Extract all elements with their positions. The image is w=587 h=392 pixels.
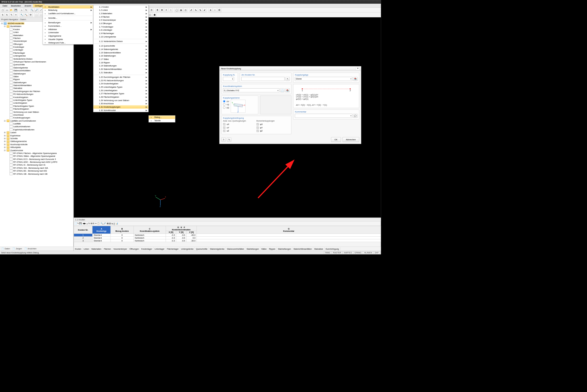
submenu2-item[interactable]: ▫Tabelle — [149, 119, 175, 122]
tree-node[interactable]: ⊟Zusatzmodule — [0, 149, 73, 152]
tree-node[interactable]: ⊞Lasten — [0, 131, 73, 134]
tree-node[interactable]: ⊟Lastfälle und Kombinationen — [0, 119, 73, 122]
toolbar-btn[interactable]: ✚ — [155, 8, 159, 12]
table-tab[interactable]: Materialien — [90, 247, 103, 250]
menu-item[interactable]: ▫Bemaßungen▶ — [43, 21, 93, 24]
menu-ansicht[interactable]: Ansicht — [23, 4, 33, 7]
submenu-item[interactable]: 1.19 Stabbettungen▶ — [93, 64, 148, 68]
toolbar-btn[interactable]: ✂ — [14, 13, 18, 17]
status-cell[interactable]: RASTER — [332, 251, 342, 254]
tree-node[interactable]: Stabsätze — [0, 87, 73, 90]
table-tab[interactable]: Knoten — [74, 247, 83, 250]
coupling-no-field[interactable] — [223, 77, 234, 81]
submenu-item[interactable]: 1.9 Flächenlager▶ — [93, 32, 148, 35]
table-tab[interactable]: Stabsätze — [313, 247, 324, 250]
submenu-item[interactable]: 1.17 Stäbe▶ — [93, 57, 148, 61]
table-tab[interactable]: Stabteilungen — [245, 247, 260, 250]
nav-tab[interactable]: Daten — [1, 248, 10, 250]
submenu-item[interactable]: 1.31 Knotenkopplungen▶ — [93, 105, 148, 109]
at-nodes-field[interactable] — [241, 77, 285, 81]
tree-node[interactable]: Liniengelenke — [0, 54, 73, 57]
toolbar-btn[interactable]: 🔎 — [34, 8, 38, 12]
toolbar-btn[interactable]: ☆ — [213, 8, 217, 12]
tree-node[interactable]: FE-Netzverdichtungen — [0, 93, 73, 95]
toolbar-btn[interactable]: ⚙ — [149, 8, 153, 12]
tree-node[interactable]: Stabendgelenke — [0, 66, 73, 69]
menu-item[interactable]: ▫Hintergrund-Folie... — [43, 41, 93, 44]
menu-item[interactable]: ▫Kommentare... — [43, 24, 93, 28]
tree-node[interactable]: ⊞Hilfsobjekte — [0, 146, 73, 149]
tree-node[interactable]: Linienlager — [0, 49, 73, 51]
status-cell[interactable]: OFANG — [353, 251, 363, 254]
plane-option[interactable]: XZ — [223, 106, 229, 109]
table-tabs[interactable]: KnotenLinienMaterialienFlächenVolumenkör… — [74, 247, 381, 251]
submenu-item[interactable]: 1.16 Stabteilungen▶ — [93, 54, 148, 58]
submenu-item[interactable]: 1.15 Stabexzentrizitäten▶ — [93, 51, 148, 54]
submenu-item[interactable]: 1.23 FE-Netzverdichtungen▶ — [93, 79, 148, 82]
note-icon[interactable]: ✎ — [227, 137, 231, 141]
toolbar-btn[interactable]: ✂ — [95, 222, 97, 225]
toolbar-btn[interactable]: ▥ — [109, 222, 111, 225]
toolbar-btn[interactable]: ⬠ — [148, 13, 152, 17]
toolbar-btn[interactable]: ⬢ — [153, 13, 156, 17]
table-tab[interactable]: Öffnungen — [128, 247, 140, 250]
toolbar-btn[interactable]: ⊟ — [93, 222, 94, 225]
toolbar-btn[interactable]: 💾 — [79, 222, 82, 225]
modelldaten-submenu[interactable]: 1.1 Knoten▶1.2 Linien▶1.3 Materialien▶1.… — [93, 5, 149, 112]
toolbar-btn[interactable]: ◉ — [179, 8, 183, 12]
table-tab[interactable]: Knotenlager — [140, 247, 153, 250]
submenu-item[interactable]: 1.5 Volumenkörper▶ — [93, 18, 148, 22]
tree-node[interactable]: RF-STAHL IS - Bemessung nach IS — [0, 164, 73, 166]
toolbar-btn[interactable]: ★ — [208, 8, 212, 12]
tree-node[interactable]: ⊞Glättungsbereiche — [0, 140, 73, 143]
tree-node[interactable]: Stabnichtlinearitäten — [0, 84, 73, 87]
edit-cs-icon[interactable]: 📚 — [285, 88, 290, 92]
tree-node[interactable]: Linienfreigabe-Typen — [0, 99, 73, 101]
toolbar-btn[interactable]: ✎ — [77, 222, 79, 225]
toolbar-btn[interactable]: ⎌ — [20, 8, 24, 12]
submenu-item[interactable]: 1.27 Flächenfreigabe-Typen▶ — [93, 92, 148, 95]
submenu-item[interactable]: 1.25 Linienfreigabe-Typen▶ — [93, 85, 148, 89]
submenu-item[interactable]: 1.26 Linienfreigaben▶ — [93, 89, 148, 92]
menu-bearbeiten[interactable]: Bearbeiten — [9, 4, 23, 7]
toolbar-btn[interactable]: 📋 — [97, 222, 100, 225]
nav-tab[interactable]: Zeigen — [12, 248, 22, 250]
toolbar-btn[interactable]: ↻ — [88, 222, 90, 225]
submenu-item[interactable]: 1.11 Veränderliche Dicken▶ — [93, 40, 148, 43]
tree-node[interactable]: Knotenlager — [0, 45, 73, 48]
toolbar-btn[interactable]: 🔍 — [30, 8, 34, 12]
toolbar-btn[interactable]: ▤ — [107, 222, 108, 225]
tree-node[interactable]: Durchdringungen der Flächen — [0, 90, 73, 93]
toolbar-btn[interactable]: 📊 — [116, 222, 118, 225]
submenu-item[interactable]: 1.28 Flächenfreigaben▶ — [93, 95, 148, 99]
tree-node[interactable]: Rippen — [0, 78, 73, 81]
menu-item[interactable]: ▫Schnitte... — [43, 16, 93, 20]
toolbar-btn[interactable]: 🔍 — [101, 222, 103, 225]
toolbar-btn[interactable]: ▭ — [5, 8, 9, 12]
toolbar-btn[interactable]: ∑ — [114, 222, 115, 225]
tree-node[interactable]: ⊞Ergebnisse — [0, 134, 73, 137]
submenu-item[interactable]: 1.1 Knoten▶ — [93, 5, 148, 9]
check-option[interactable]: φZ — [256, 129, 290, 133]
toolbar-btn[interactable]: 🔧 — [20, 13, 24, 17]
toolbar-btn[interactable]: ⬈ — [189, 8, 193, 12]
check-option[interactable]: φX — [256, 123, 290, 126]
toolbar-btn[interactable]: ↻ — [24, 8, 28, 12]
table-tab[interactable]: Stäbe — [260, 247, 268, 250]
ok-button[interactable]: OK — [331, 137, 341, 142]
tree-node[interactable]: Knotenkopplungen — [0, 116, 73, 119]
submenu-item[interactable]: 1.4 Flächen▶ — [93, 15, 148, 18]
submenu-item[interactable]: 1.3 Materialien▶ — [93, 12, 148, 15]
check-option[interactable]: uX — [223, 123, 256, 126]
plane-option[interactable]: YZ — [223, 103, 229, 106]
toolbar-btn[interactable]: ✦ — [164, 8, 168, 12]
insert-menu[interactable]: ▫Modelldaten▶▫Belastung▶▫Lastfälle und K… — [43, 5, 93, 45]
toolbar-btn[interactable]: ↯ — [1, 13, 5, 17]
tree-node[interactable]: Ergebniskombinationen — [0, 128, 73, 131]
tree-node[interactable]: Lastkombinationen — [0, 125, 73, 128]
table-tab[interactable]: Linien — [83, 247, 90, 250]
toolbar-btn[interactable]: ⬊ — [194, 8, 198, 12]
comment-field[interactable] — [295, 114, 352, 118]
table-tab[interactable]: Querschnitte — [195, 247, 209, 250]
toolbar-btn[interactable]: ◀ — [83, 222, 84, 225]
